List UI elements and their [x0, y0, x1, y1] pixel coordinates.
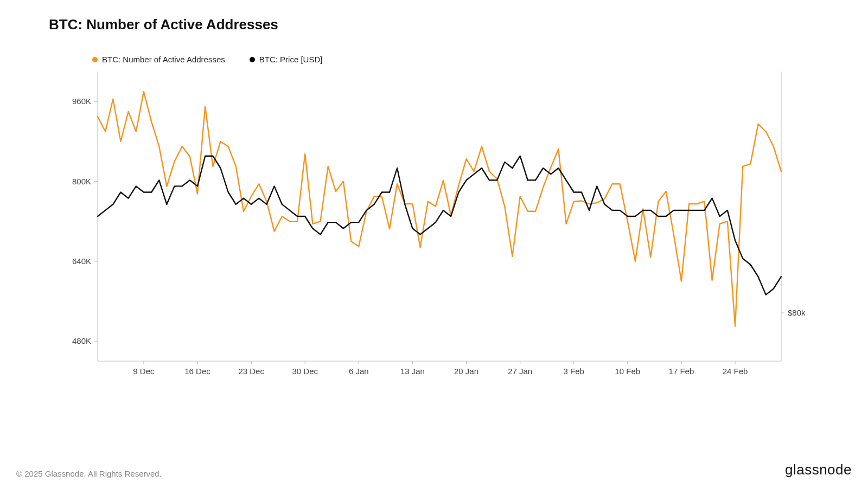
svg-text:20 Jan: 20 Jan — [454, 367, 478, 376]
legend-item-price: BTC: Price [USD] — [250, 55, 323, 64]
svg-text:10 Feb: 10 Feb — [615, 367, 641, 376]
chart-plot-area: 480K640K800K960K$80k9 Dec16 Dec23 Dec30 … — [49, 68, 814, 383]
svg-text:27 Jan: 27 Jan — [508, 367, 532, 376]
svg-text:960K: 960K — [72, 97, 91, 106]
legend-label: BTC: Price [USD] — [259, 55, 323, 64]
chart-title: BTC: Number of Active Addresses — [49, 16, 825, 33]
svg-text:30 Dec: 30 Dec — [292, 367, 318, 376]
svg-text:640K: 640K — [72, 256, 91, 266]
brand-logo: glassnode — [785, 461, 852, 478]
svg-text:13 Jan: 13 Jan — [400, 367, 425, 376]
legend-label: BTC: Number of Active Addresses — [102, 55, 225, 64]
chart-svg: 480K640K800K960K$80k9 Dec16 Dec23 Dec30 … — [49, 68, 814, 383]
legend-dot-icon — [92, 57, 98, 62]
svg-text:24 Feb: 24 Feb — [723, 367, 748, 376]
svg-text:3 Feb: 3 Feb — [564, 367, 584, 376]
svg-text:6 Jan: 6 Jan — [349, 367, 369, 376]
svg-text:480K: 480K — [72, 336, 91, 345]
svg-text:800K: 800K — [72, 177, 91, 186]
legend-dot-icon — [250, 57, 255, 62]
svg-text:9 Dec: 9 Dec — [133, 367, 155, 376]
svg-text:16 Dec: 16 Dec — [184, 367, 210, 376]
svg-text:23 Dec: 23 Dec — [238, 367, 264, 376]
copyright-text: © 2025 Glassnode. All Rights Reserved. — [16, 469, 162, 478]
svg-text:$80k: $80k — [788, 308, 806, 317]
legend-item-active-addresses: BTC: Number of Active Addresses — [92, 55, 225, 64]
svg-text:17 Feb: 17 Feb — [669, 367, 694, 376]
chart-legend: BTC: Number of Active Addresses BTC: Pri… — [92, 55, 825, 64]
